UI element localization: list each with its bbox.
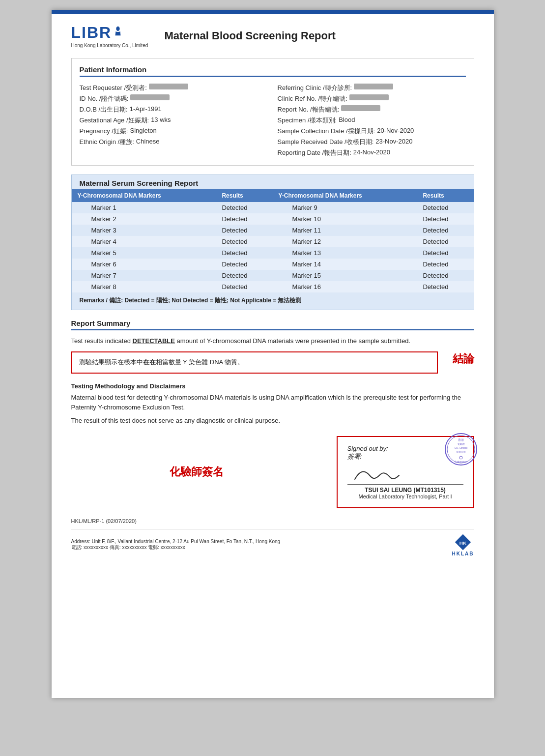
marker-result: Detected (216, 236, 272, 247)
report-page: LIBR Hong Kong Laboratory Co., Limited M… (52, 10, 494, 698)
marker-name: Marker 15 (272, 270, 417, 281)
redacted-value (130, 94, 170, 100)
chemist-label: 化驗師簽名 (71, 465, 322, 479)
signer-title: Medical Laboratory Technologist, Part I (347, 494, 463, 499)
company-stamp: 香港 化驗所 Co., Limited 有限公司 Laboratory (444, 432, 478, 466)
table-row: Marker 4 Detected Marker 12 Detected (72, 236, 474, 247)
patient-row: Gestational Age /妊娠期: 13 wks (80, 115, 268, 126)
signature-drawing (352, 465, 411, 483)
marker-name: Marker 5 (72, 247, 216, 259)
patient-row: Sample Received Date /收樣日期: 23-Nov-2020 (278, 137, 466, 147)
methodology-title: Testing Methodology and Disclaimers (71, 382, 474, 390)
col2-header: Results (216, 189, 272, 202)
marker-name: Marker 12 (272, 236, 417, 247)
marker-name: Marker 6 (72, 259, 216, 270)
logo-libra: LIBR (71, 24, 112, 42)
chinese-underline: 在在 (143, 358, 156, 366)
conclusion-box: 測驗結果顯示在樣本中在在相當數量 Y 染色體 DNA 物質。 結論 (71, 351, 474, 374)
svg-text:HK: HK (459, 540, 467, 545)
summary-text: Test results indicated DETECTABLE amount… (71, 336, 474, 347)
table-row: Marker 3 Detected Marker 11 Detected (72, 225, 474, 236)
patient-row: Clinic Ref No. /轉介編號: (278, 93, 466, 104)
hklab-logo: HK HKLAB (452, 533, 474, 556)
svg-point-6 (459, 456, 462, 459)
marker-name: Marker 9 (272, 202, 417, 213)
marker-name: Marker 7 (72, 270, 216, 281)
marker-name: Marker 3 (72, 225, 216, 236)
chinese-text-before: 測驗結果顯示在樣本中 (79, 358, 143, 366)
marker-name: Marker 2 (72, 213, 216, 225)
marker-result: Detected (417, 213, 473, 225)
table-row: Marker 6 Detected Marker 14 Detected (72, 259, 474, 270)
redacted-value (354, 84, 393, 89)
patient-row: Referring Clinic /轉介診所: (278, 83, 466, 93)
hklab-diamond-icon: HK (454, 533, 472, 551)
patient-row: Specimen /樣本類別: Blood (278, 115, 466, 126)
svg-text:Co., Limited: Co., Limited (454, 446, 467, 449)
methodology-text1: Maternal blood test for detecting Y-chro… (71, 393, 474, 413)
summary-section-title: Report Summary (71, 319, 474, 330)
signature-area: 化驗師簽名 香港 化驗所 Co., Limited 有限公司 Laborator… (71, 436, 474, 508)
chinese-text-after: 相當數量 Y 染色體 DNA 物質。 (156, 358, 244, 366)
address-text: Address: Unit F, 8/F., Valiant Industria… (71, 539, 281, 544)
table-row: Marker 8 Detected Marker 16 Detected (72, 281, 474, 292)
summary-text-before: Test results indicated (71, 337, 133, 345)
col3-header: Y-Chromosomal DNA Markers (272, 189, 417, 202)
marker-name: Marker 14 (272, 259, 417, 270)
patient-row: Report No. /報告編號: (278, 104, 466, 115)
hklab-text: HKLAB (452, 551, 474, 556)
logo-area: LIBR Hong Kong Laboratory Co., Limited (71, 24, 150, 48)
screening-section-title: Maternal Serum Screening Report (72, 175, 474, 189)
detectable-word: DETECTABLE (133, 337, 175, 345)
footer-ref: HKL/ML/RP-1 (02/07/2020) (71, 518, 474, 524)
logo-subtitle: Hong Kong Laboratory Co., Limited (71, 43, 148, 48)
patient-row: Ethnic Origin /種族: Chinese (80, 137, 268, 147)
marker-result: Detected (216, 213, 272, 225)
svg-text:有限公司: 有限公司 (456, 450, 466, 453)
marker-name: Marker 10 (272, 213, 417, 225)
marker-result: Detected (216, 225, 272, 236)
patient-row: Test Requester /受測者: (80, 83, 268, 93)
marker-result: Detected (417, 236, 473, 247)
summary-text-after: amount of Y-chromosomal DNA materials we… (175, 337, 410, 345)
address-area: Address: Unit F, 8/F., Valiant Industria… (71, 539, 281, 551)
table-row: Marker 1 Detected Marker 9 Detected (72, 202, 474, 213)
libra-icon (113, 26, 123, 36)
chinese-conclusion: 測驗結果顯示在樣本中在在相當數量 Y 染色體 DNA 物質。 (79, 357, 430, 368)
marker-name: Marker 13 (272, 247, 417, 259)
top-bar (52, 10, 494, 14)
marker-result: Detected (216, 270, 272, 281)
patient-right-col: Referring Clinic /轉介診所: Clinic Ref No. /… (278, 83, 466, 158)
conclusion-label: 結論 (453, 351, 474, 366)
redacted-value (341, 105, 380, 111)
marker-result: Detected (216, 259, 272, 270)
marker-result: Detected (216, 281, 272, 292)
markers-table: Y-Chromosomal DNA Markers Results Y-Chro… (72, 189, 474, 292)
marker-result: Detected (216, 202, 272, 213)
marker-name: Marker 1 (72, 202, 216, 213)
header: LIBR Hong Kong Laboratory Co., Limited M… (71, 24, 474, 48)
patient-row: ID No. /證件號碼: (80, 93, 268, 104)
patient-left-col: Test Requester /受測者: ID No. /證件號碼: D.O.B… (80, 83, 268, 158)
marker-result: Detected (417, 270, 473, 281)
remarks-row: Remarks / 備註: Detected = 陽性; Not Detecte… (72, 292, 474, 305)
redacted-value (349, 94, 389, 100)
marker-name: Marker 8 (72, 281, 216, 292)
table-row: Marker 7 Detected Marker 15 Detected (72, 270, 474, 281)
screening-section: Maternal Serum Screening Report Y-Chromo… (71, 174, 474, 310)
marker-name: Marker 11 (272, 225, 417, 236)
table-row: Marker 2 Detected Marker 10 Detected (72, 213, 474, 225)
methodology-text2: The result of this test does not serve a… (71, 416, 474, 426)
table-row: Marker 5 Detected Marker 13 Detected (72, 247, 474, 259)
patient-row: Reporting Date /報告日期: 24-Nov-2020 (278, 147, 466, 158)
logo-text: LIBR (71, 24, 124, 42)
col4-header: Results (417, 189, 473, 202)
patient-section: Patient Information Test Requester /受測者:… (71, 58, 474, 166)
marker-result: Detected (216, 247, 272, 259)
signer-name: TSUI SAI LEUNG (MT101315) (347, 487, 463, 494)
marker-result: Detected (417, 225, 473, 236)
patient-grid: Test Requester /受測者: ID No. /證件號碼: D.O.B… (80, 83, 466, 158)
redacted-value (149, 84, 188, 89)
svg-text:Laboratory: Laboratory (455, 460, 467, 463)
svg-text:香港: 香港 (458, 438, 464, 441)
